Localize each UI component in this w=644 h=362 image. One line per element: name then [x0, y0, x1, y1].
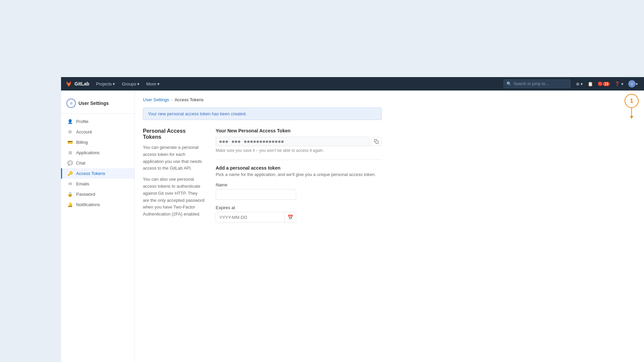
section-title: Personal Access Tokens	[143, 128, 205, 140]
token-value-display: ●●● ●●● ●●●●●●●●●●●●●	[216, 137, 370, 146]
section-desc-1: You can generate a personal access token…	[143, 144, 205, 172]
date-text-input[interactable]	[216, 212, 284, 222]
sidebar-item-chat[interactable]: 💬 Chat	[61, 158, 135, 168]
notifications-icon: 🔔	[67, 202, 73, 207]
user-avatar[interactable]: U ▾	[626, 79, 640, 89]
breadcrumb-parent[interactable]: User Settings	[143, 97, 169, 102]
topnav-actions: ⊕ ▾ 📋 🔴 13 ❓ ▾ U ▾	[574, 79, 640, 89]
token-input-row: ●●● ●●● ●●●●●●●●●●●●●	[216, 137, 382, 146]
section-form: Your New Personal Access Token ●●● ●●● ●…	[216, 128, 382, 228]
chat-icon: 💬	[67, 161, 73, 166]
emails-icon: ✉	[67, 181, 73, 186]
main-content: User Settings › Access Tokens Your new p…	[135, 90, 644, 362]
gitlab-wordmark: GitLab	[74, 81, 89, 86]
search-bar[interactable]: 🔍 Search or jump to...	[503, 79, 571, 88]
applications-icon: ⊞	[67, 150, 73, 155]
create-new-button[interactable]: ⊕ ▾	[574, 80, 585, 88]
new-token-label: Your New Personal Access Token	[216, 128, 382, 133]
sidebar-header: ⚙ User Settings	[61, 96, 135, 114]
sidebar-item-notifications[interactable]: 🔔 Notifications	[61, 199, 135, 210]
breadcrumb-current: Access Tokens	[174, 97, 203, 102]
breadcrumb-separator: ›	[171, 97, 172, 102]
gitlab-logo[interactable]: GitLab	[65, 80, 89, 87]
sidebar-item-access-tokens[interactable]: 🔑 Access Tokens	[61, 168, 135, 179]
groups-menu[interactable]: Groups ▾	[119, 80, 142, 88]
password-icon: 🔒	[67, 192, 73, 197]
breadcrumb: User Settings › Access Tokens	[143, 97, 382, 102]
tour-indicator: 1	[625, 94, 639, 119]
copy-token-button[interactable]	[371, 137, 382, 146]
calendar-icon[interactable]: 📅	[284, 212, 296, 222]
projects-menu[interactable]: Projects ▾	[93, 80, 118, 88]
access-tokens-icon: 🔑	[67, 171, 73, 176]
sidebar-item-emails[interactable]: ✉ Emails	[61, 179, 135, 189]
tour-arrow	[631, 108, 632, 119]
tour-step-circle: 1	[625, 94, 639, 108]
success-alert: Your new personal access token has been …	[143, 108, 382, 120]
token-warning: Make sure you save it – you won't be abl…	[216, 148, 382, 153]
account-icon: ⚙	[67, 129, 73, 134]
name-label: Name	[216, 182, 382, 187]
sidebar-item-billing[interactable]: 💳 Billing	[61, 137, 135, 147]
issues-count[interactable]: 🔴 13	[596, 80, 612, 87]
user-settings-icon: ⚙	[66, 99, 76, 108]
sidebar-title: User Settings	[78, 101, 109, 106]
new-token-block: Your New Personal Access Token ●●● ●●● ●…	[216, 128, 382, 153]
section-desc-2: You can also use personal access tokens …	[143, 176, 205, 218]
search-icon: 🔍	[506, 81, 512, 86]
sidebar-item-profile[interactable]: 👤 Profile	[61, 116, 135, 127]
svg-rect-0	[376, 141, 378, 143]
help-menu[interactable]: ❓ ▾	[612, 80, 626, 88]
sidebar-item-applications[interactable]: ⊞ Applications	[61, 147, 135, 158]
more-menu[interactable]: More ▾	[144, 80, 162, 88]
top-navigation: GitLab Projects ▾ Groups ▾ More ▾ 🔍 Sear…	[61, 77, 644, 90]
profile-icon: 👤	[67, 119, 73, 124]
billing-icon: 💳	[67, 140, 73, 145]
activity-icon[interactable]: 📋	[586, 80, 595, 88]
sidebar-item-password[interactable]: 🔒 Password	[61, 189, 135, 199]
sidebar: ⚙ User Settings 👤 Profile ⚙ Account 💳 Bi…	[61, 90, 135, 362]
page-section: Personal Access Tokens You can generate …	[143, 128, 382, 228]
expires-group: Expires at 📅	[216, 205, 382, 223]
expires-date-input[interactable]: 📅	[216, 212, 296, 223]
sidebar-item-account[interactable]: ⚙ Account	[61, 127, 135, 137]
main-wrapper: ⚙ User Settings 👤 Profile ⚙ Account 💳 Bi…	[61, 90, 644, 362]
add-token-section: Add a personal access token Pick a name …	[216, 160, 382, 223]
name-group: Name	[216, 182, 382, 200]
add-token-desc: Pick a name for the application, and we'…	[216, 172, 382, 177]
add-token-title: Add a personal access token	[216, 165, 382, 171]
name-input[interactable]	[216, 189, 296, 200]
expires-label: Expires at	[216, 205, 382, 210]
section-description: Personal Access Tokens You can generate …	[143, 128, 205, 228]
